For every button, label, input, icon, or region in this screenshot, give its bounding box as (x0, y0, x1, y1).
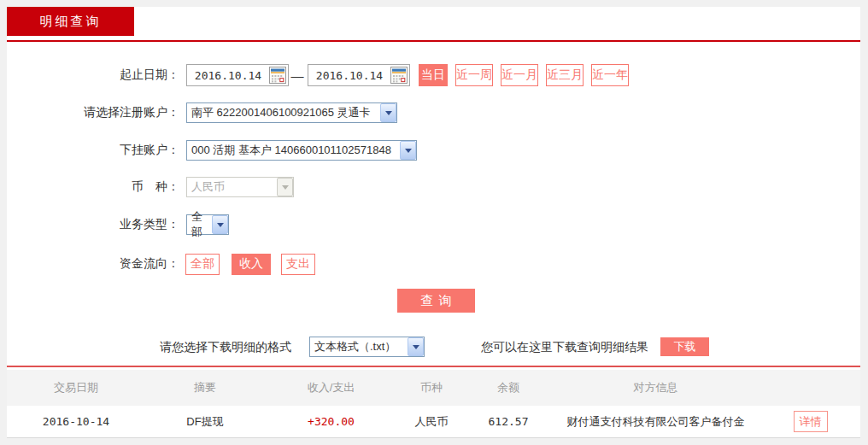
chevron-down-icon (277, 178, 293, 196)
sub-account-label: 下挂账户： (7, 143, 179, 158)
start-date-value: 2016.10.14 (187, 69, 269, 82)
header-counterparty: 对方信息 (551, 380, 760, 395)
currency-select: 人民币 (186, 177, 294, 197)
table-row: 2016-10-14 DF提现 +320.00 人民币 612.57 财付通支付… (7, 406, 860, 438)
chevron-down-icon[interactable] (400, 141, 416, 160)
chevron-down-icon[interactable] (408, 337, 424, 356)
download-format-select[interactable]: 文本格式（.txt） (309, 337, 425, 357)
cell-actions: 详情 (760, 411, 860, 432)
fund-flow-row: 资金流向： 全部 收入 支出 (7, 253, 860, 275)
currency-label: 币 种： (7, 179, 179, 195)
tab-detail-query[interactable]: 明细查询 (7, 7, 134, 36)
flow-all-button[interactable]: 全部 (185, 254, 220, 275)
header-trade-date: 交易日期 (7, 380, 145, 395)
calendar-icon[interactable] (269, 67, 286, 84)
cell-counterparty: 财付通支付科技有限公司客户备付金 (551, 414, 760, 430)
table-header: 交易日期 摘要 收入/支出 币种 余额 对方信息 (7, 370, 860, 406)
business-type-value: 全部 (191, 209, 212, 240)
sub-account-select[interactable]: 000 活期 基本户 1406600101102571848 (186, 140, 417, 161)
date-range-label: 起止日期： (7, 67, 179, 83)
end-date-input[interactable]: 2016.10.14 (308, 64, 410, 86)
quick-range-month-button[interactable]: 近一月 (501, 64, 538, 86)
header-summary: 摘要 (145, 380, 265, 395)
table-top-divider (7, 366, 860, 367)
currency-row: 币 种： 人民币 (7, 177, 860, 197)
currency-value: 人民币 (191, 179, 225, 195)
business-type-select[interactable]: 全部 (186, 214, 229, 235)
fund-flow-label: 资金流向： (7, 256, 179, 272)
cell-balance: 612.57 (466, 415, 551, 428)
quick-range-3months-button[interactable]: 近三月 (546, 64, 584, 86)
download-format-value: 文本格式（.txt） (314, 339, 396, 354)
content-card: 明细查询 起止日期： 2016.10.14 — 2016.10.14 (7, 7, 860, 438)
quick-range-week-button[interactable]: 近一周 (455, 64, 493, 86)
calendar-icon[interactable] (390, 67, 408, 84)
download-hint: 您可以在这里下载查询明细结果 (481, 340, 648, 355)
tab-label: 明细查询 (40, 14, 102, 30)
registered-account-select[interactable]: 南平 6222001406100921065 灵通卡 (186, 102, 397, 123)
sub-account-row: 下挂账户： 000 活期 基本户 1406600101102571848 (7, 140, 860, 161)
flow-expense-button[interactable]: 支出 (281, 254, 315, 275)
start-date-input[interactable]: 2016.10.14 (186, 64, 289, 86)
download-row: 请您选择下载明细的格式 文本格式（.txt） 您可以在这里下载查询明细结果 下载 (7, 337, 860, 357)
business-type-label: 业务类型： (7, 217, 179, 232)
sub-account-value: 000 活期 基本户 1406600101102571848 (191, 143, 391, 158)
chevron-down-icon[interactable] (380, 103, 396, 122)
quick-range-today-button[interactable]: 当日 (419, 64, 448, 86)
end-date-value: 2016.10.14 (308, 69, 390, 82)
chevron-down-icon[interactable] (212, 215, 228, 234)
date-range-row: 起止日期： 2016.10.14 — 2016.10.14 (7, 64, 860, 86)
detail-button[interactable]: 详情 (794, 411, 828, 432)
download-button[interactable]: 下载 (660, 337, 709, 356)
registered-account-label: 请选择注册账户： (7, 105, 179, 120)
registered-account-value: 南平 6222001406100921065 灵通卡 (191, 105, 371, 120)
header-balance: 余额 (466, 380, 551, 395)
download-format-label: 请您选择下载明细的格式 (160, 340, 291, 355)
cell-currency: 人民币 (397, 414, 466, 430)
cell-amount: +320.00 (265, 415, 397, 428)
registered-account-row: 请选择注册账户： 南平 6222001406100921065 灵通卡 (7, 102, 860, 123)
cell-trade-date: 2016-10-14 (7, 415, 145, 428)
header-currency: 币种 (397, 380, 466, 395)
date-range-dash: — (290, 68, 304, 83)
header-income-expense: 收入/支出 (265, 380, 397, 395)
flow-income-button[interactable]: 收入 (232, 254, 271, 275)
cell-summary: DF提现 (145, 414, 265, 430)
business-type-row: 业务类型： 全部 (7, 214, 860, 235)
quick-range-year-button[interactable]: 近一年 (591, 64, 629, 86)
tab-underline (7, 40, 860, 42)
query-button[interactable]: 查询 (397, 289, 475, 313)
